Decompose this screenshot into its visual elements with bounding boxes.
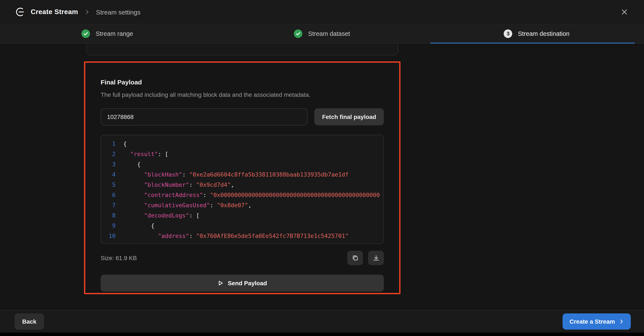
code-line: 3 {: [106, 159, 378, 169]
stepper: Stream range Stream dataset 3 Stream des…: [0, 24, 644, 44]
step-stream-dataset[interactable]: Stream dataset: [215, 24, 430, 43]
copy-icon: [352, 254, 358, 262]
code-line: 8 "decodedLogs": [: [106, 210, 378, 220]
code-lines: 1{2 "result": [3 {4 "blockHash": "0xe2a6…: [106, 138, 378, 241]
check-icon: [82, 30, 90, 38]
code-line: 9 {: [106, 220, 378, 231]
breadcrumb: Stream settings: [96, 8, 140, 16]
fetch-final-payload-button[interactable]: Fetch final payload: [314, 108, 384, 125]
section-description: The full payload including all matching …: [101, 91, 384, 98]
page-title: Create Stream: [31, 8, 78, 16]
chevron-right-icon: [84, 9, 90, 15]
step-label: Stream range: [96, 30, 133, 37]
code-line: 2 "result": [: [106, 149, 378, 159]
block-number-input[interactable]: [101, 108, 308, 125]
window-bottom-strip: [0, 332, 644, 336]
create-stream-window: Create Stream Stream settings Stream ran…: [0, 0, 644, 336]
step-label: Stream destination: [518, 30, 570, 37]
play-icon: [218, 280, 224, 286]
code-line: 7 "cumulativeGasUsed": "0x8de07",: [106, 200, 378, 210]
back-button[interactable]: Back: [14, 314, 44, 330]
final-payload-section-highlighted: Final Payload The full payload including…: [84, 62, 400, 294]
payload-size-label: Size: 61.9 KB: [101, 254, 137, 262]
copy-payload-button[interactable]: [347, 251, 363, 265]
fetch-row: Fetch final payload: [101, 108, 384, 125]
chevron-right-icon: [619, 319, 624, 324]
code-line: 6 "contractAddress": "0x0000000000000000…: [106, 190, 378, 200]
header: Create Stream Stream settings: [0, 0, 644, 24]
step-stream-range[interactable]: Stream range: [0, 24, 215, 43]
send-payload-button[interactable]: Send Payload: [101, 274, 384, 292]
step-number-badge: 3: [504, 30, 512, 38]
create-stream-label: Create a Stream: [570, 318, 615, 325]
close-icon: [621, 8, 628, 15]
footer: Back Create a Stream: [0, 310, 644, 332]
code-line: 4 "blockHash": "0xe2a6d6604c8ffa5b338110…: [106, 169, 378, 180]
code-line: 1{: [106, 138, 378, 149]
code-line: 5 "blockNumber": "0x9cd7d4",: [106, 180, 378, 190]
size-row: Size: 61.9 KB: [101, 251, 384, 265]
code-actions: [347, 251, 384, 265]
streams-logo-icon: [14, 6, 26, 18]
send-payload-label: Send Payload: [228, 280, 267, 286]
check-icon: [294, 30, 302, 38]
close-button[interactable]: [619, 7, 630, 17]
main-content: Final Payload The full payload including…: [0, 44, 644, 310]
download-icon: [372, 254, 379, 262]
step-stream-destination[interactable]: 3 Stream destination: [429, 24, 644, 43]
payload-code-viewer[interactable]: 1{2 "result": [3 {4 "blockHash": "0xe2a6…: [101, 135, 384, 244]
previous-section-card-partial: [86, 44, 398, 56]
download-payload-button[interactable]: [368, 251, 384, 265]
step-label: Stream dataset: [308, 30, 350, 37]
section-title: Final Payload: [101, 78, 384, 86]
create-stream-button[interactable]: Create a Stream: [563, 314, 631, 330]
code-line: 10 "address": "0x760AfE86e5de5fa0Ee542fc…: [106, 231, 378, 241]
